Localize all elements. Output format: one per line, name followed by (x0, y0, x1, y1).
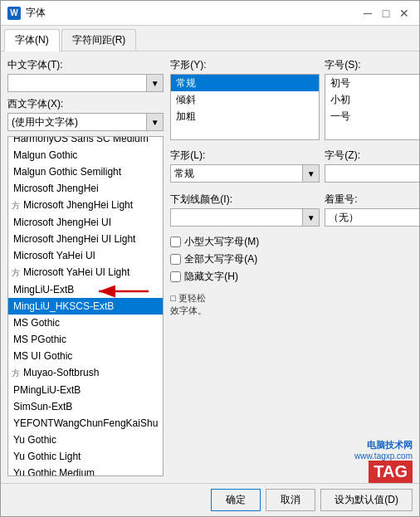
font-list-item[interactable]: MingLiU-ExtB (8, 281, 163, 298)
checkboxes-group: 小型大写字母(M)全部大写字母(A)隐藏文字(H) (170, 235, 419, 284)
font-list-item[interactable]: Malgun Gothic Semilight (8, 163, 163, 180)
font-list-item[interactable]: Microsoft JhengHei UI Light (8, 231, 163, 247)
close-button[interactable]: ✕ (396, 5, 413, 22)
right-panel: 字形(Y): 常规倾斜加粗 字号(S): 初号小初一号 字形(L): ▼ (170, 58, 419, 476)
style-field-input[interactable] (170, 164, 303, 183)
style-field: 字形(L): ▼ (170, 149, 320, 183)
size-field-input[interactable] (325, 164, 419, 183)
style-list-item[interactable]: 倾斜 (171, 91, 319, 108)
chinese-font-input[interactable] (7, 74, 147, 92)
underline-label: 下划线颜色(I): (170, 193, 320, 207)
checkbox-input[interactable] (170, 271, 181, 282)
style-list-label: 字形(Y): (170, 58, 320, 72)
style-size-row: 字形(Y): 常规倾斜加粗 字号(S): 初号小初一号 (170, 58, 419, 140)
emphasis-label: 着重号: (325, 193, 419, 207)
checkbox-row: 小型大写字母(M) (170, 235, 419, 249)
size-col: 字号(S): 初号小初一号 (325, 58, 419, 140)
font-list[interactable]: HarmonyOS Sans SC MediumMalgun GothicMal… (7, 136, 164, 476)
chinese-font-input-row: ▼ (7, 74, 164, 92)
font-dialog: W 字体 ─ □ ✕ 字体(N) 字符间距(R) 中文字体(T): ▼ (0, 0, 420, 517)
ok-button[interactable]: 确定 (211, 489, 261, 511)
font-list-item[interactable]: Yu Gothic Medium (8, 465, 163, 476)
window-controls: ─ □ ✕ (359, 5, 413, 22)
chinese-font-label: 中文字体(T): (7, 58, 164, 72)
style-size-input-row: 字形(L): ▼ 字号(Z): ▼ (170, 149, 419, 183)
underline-select-row: ▼ (170, 208, 320, 227)
chinese-font-group: 中文字体(T): ▼ (7, 58, 164, 92)
underline-dropdown[interactable]: ▼ (303, 208, 320, 227)
size-list-label: 字号(S): (325, 58, 419, 72)
font-list-item[interactable]: SimSun-ExtB (8, 398, 163, 415)
hint-text: □ 更轻松 效字体。 (170, 292, 419, 318)
default-button[interactable]: 设为默认值(D) (320, 489, 413, 511)
style-list-item[interactable]: 常规 (171, 75, 319, 91)
app-icon: W (7, 7, 21, 20)
style-field-dropdown[interactable]: ▼ (303, 164, 320, 183)
font-list-item[interactable]: Yu Gothic (8, 432, 163, 448)
dialog-content: 中文字体(T): ▼ 西文字体(X): ▼ HarmonyOS Sans SC … (1, 51, 419, 483)
western-font-dropdown[interactable]: ▼ (147, 113, 164, 131)
font-list-item[interactable]: HarmonyOS Sans SC Medium (8, 136, 163, 147)
tab-font[interactable]: 字体(N) (4, 29, 60, 51)
font-list-item[interactable]: Microsoft YaHei UI (8, 247, 163, 264)
bottom-bar: 确定取消设为默认值(D) (1, 483, 419, 516)
size-list[interactable]: 初号小初一号 (325, 74, 419, 140)
font-list-item[interactable]: MS UI Gothic (8, 348, 163, 364)
emphasis-select-row: ▼ (325, 208, 419, 227)
underline-input[interactable] (170, 208, 303, 227)
title-bar-left: W 字体 (7, 6, 46, 20)
tab-spacing[interactable]: 字符间距(R) (61, 29, 137, 51)
size-list-item[interactable]: 一号 (325, 108, 419, 124)
chinese-font-dropdown[interactable]: ▼ (147, 74, 164, 92)
window-title: 字体 (26, 6, 46, 20)
tabs-bar: 字体(N) 字符间距(R) (1, 26, 419, 51)
font-list-item[interactable]: 方Microsoft YaHei UI Light (8, 264, 163, 281)
western-font-group: 西文字体(X): ▼ (7, 97, 164, 131)
style-select-row: ▼ (170, 164, 320, 183)
western-font-label: 西文字体(X): (7, 97, 164, 111)
style-list[interactable]: 常规倾斜加粗 (170, 74, 320, 140)
size-list-item[interactable]: 小初 (325, 91, 419, 108)
western-font-input[interactable] (7, 113, 147, 131)
font-list-item[interactable]: YEFONTWangChunFengKaiShu (8, 415, 163, 432)
style-field-label: 字形(L): (170, 149, 320, 163)
hint-line2: 效字体。 (170, 305, 207, 315)
font-list-item[interactable]: MS Gothic (8, 315, 163, 331)
font-list-item[interactable]: MS PGothic (8, 331, 163, 348)
size-field-label: 字号(Z): (325, 149, 419, 163)
size-field: 字号(Z): ▼ (325, 149, 419, 183)
checkbox-label: 隐藏文字(H) (184, 270, 238, 284)
checkbox-row: 隐藏文字(H) (170, 270, 419, 284)
font-list-item[interactable]: Microsoft JhengHei UI (8, 214, 163, 231)
style-col: 字形(Y): 常规倾斜加粗 (170, 58, 320, 140)
maximize-button[interactable]: □ (378, 5, 394, 22)
cancel-button[interactable]: 取消 (266, 489, 315, 511)
emphasis-field: 着重号: ▼ (325, 193, 419, 227)
hint-line1: □ 更轻松 (170, 293, 206, 303)
western-font-input-row: ▼ (7, 113, 164, 131)
checkbox-label: 小型大写字母(M) (184, 235, 259, 249)
checkbox-label: 全部大写字母(A) (184, 252, 257, 266)
title-bar: W 字体 ─ □ ✕ (1, 1, 419, 26)
font-list-item[interactable]: Malgun Gothic (8, 147, 163, 163)
underline-emphasis-row: 下划线颜色(I): ▼ 着重号: ▼ (170, 193, 419, 227)
checkbox-row: 全部大写字母(A) (170, 252, 419, 266)
minimize-button[interactable]: ─ (359, 5, 376, 22)
font-list-item[interactable]: Yu Gothic Light (8, 448, 163, 465)
underline-field: 下划线颜色(I): ▼ (170, 193, 320, 227)
size-select-row: ▼ (325, 164, 419, 183)
left-panel: 中文字体(T): ▼ 西文字体(X): ▼ HarmonyOS Sans SC … (7, 58, 164, 476)
font-list-item[interactable]: MingLiU_HKSCS-ExtB (8, 298, 163, 315)
font-list-item[interactable]: 方Muyao-Softbrush (8, 364, 163, 382)
font-list-item[interactable]: PMingLiU-ExtB (8, 382, 163, 398)
style-list-item[interactable]: 加粗 (171, 108, 319, 124)
emphasis-input[interactable] (325, 208, 419, 227)
checkbox-input[interactable] (170, 254, 181, 265)
font-list-item[interactable]: 方Microsoft JhengHei Light (8, 197, 163, 214)
size-list-item[interactable]: 初号 (325, 75, 419, 91)
font-list-item[interactable]: Microsoft JhengHei (8, 180, 163, 197)
checkbox-input[interactable] (170, 237, 181, 247)
